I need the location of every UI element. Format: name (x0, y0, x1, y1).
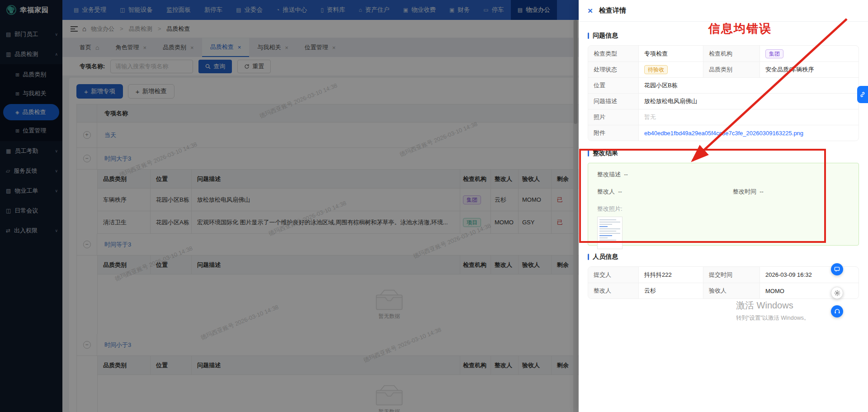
attachment-link[interactable]: eb40edbe1fbd49a29ea05f4cc3e7c3fe_2026030… (644, 130, 803, 137)
inspection-detail-drawer: × 检查详情 问题信息 检查类型 专项检查 检查机构 集团 处理状态 待验收 品… (579, 0, 868, 412)
personnel-info-table: 提交人 抖抖抖222 提交时间 2026-03-09 16:32 整改人 云杉 … (588, 266, 859, 299)
drawer-mask[interactable] (0, 0, 579, 412)
close-icon[interactable]: × (588, 6, 593, 15)
page: 幸福家园 ▤业务受理 ◫智能设备 监控面板 新停车 ▤业委会 ◔推送中心 ▯资料… (0, 0, 868, 412)
org-badge: 集团 (765, 49, 783, 58)
rectify-photo-thumbnail[interactable] (597, 217, 623, 249)
section-problem-info: 问题信息 (588, 32, 859, 40)
rectify-result-box: 整改描述 -- 整改人 -- 整改时间 -- 整改照片: (588, 163, 859, 246)
problem-info-table: 检查类型 专项检查 检查机构 集团 处理状态 待验收 品质类别 安全品质/车辆秩… (588, 45, 859, 141)
share-link-tab[interactable] (857, 86, 868, 103)
gear-icon (834, 290, 840, 296)
status-badge: 待验收 (644, 65, 668, 74)
drawer-body: 问题信息 检查类型 专项检查 检查机构 集团 处理状态 待验收 品质类别 安全品… (579, 22, 868, 299)
link-icon (859, 91, 866, 98)
section-rectify-result: 整改结果 (588, 149, 859, 157)
section-personnel-info: 人员信息 (588, 253, 859, 261)
settings-button[interactable] (831, 287, 843, 299)
drawer-title: 检查详情 (599, 6, 626, 15)
chat-icon (834, 266, 840, 272)
headset-icon (834, 308, 840, 315)
customer-service-button[interactable] (831, 305, 843, 317)
feedback-button[interactable] (831, 263, 843, 275)
drawer-header: × 检查详情 (579, 0, 868, 22)
windows-activation-note: 激活 Windows 转到“设置”以激活 Windows。 (736, 299, 810, 322)
